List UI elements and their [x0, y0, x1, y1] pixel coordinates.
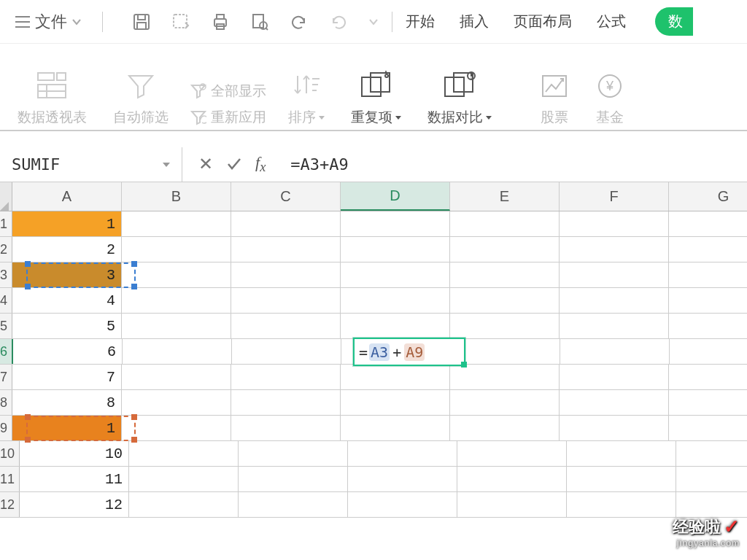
cell[interactable] [450, 416, 560, 440]
cell[interactable] [560, 288, 669, 313]
cell[interactable] [231, 416, 341, 440]
name-box[interactable]: SUMIF [0, 147, 182, 182]
cell[interactable] [122, 262, 231, 287]
col-header-E[interactable]: E [450, 182, 560, 211]
cell-A3[interactable]: 3 [12, 262, 122, 287]
cell[interactable] [239, 492, 348, 517]
cell[interactable] [348, 441, 457, 466]
cell[interactable] [567, 492, 676, 517]
row-header[interactable]: 4 [0, 288, 12, 313]
cell[interactable] [450, 390, 560, 415]
cell[interactable] [231, 314, 341, 338]
cell[interactable] [232, 339, 341, 364]
cell[interactable] [567, 467, 676, 491]
cell[interactable] [341, 288, 450, 313]
cell[interactable] [122, 314, 231, 338]
select-all-corner[interactable] [0, 182, 12, 211]
cell[interactable] [129, 441, 239, 466]
save-as-icon[interactable] [171, 12, 190, 31]
cell[interactable] [669, 262, 747, 287]
cell[interactable] [348, 467, 457, 491]
row-header[interactable]: 3 [0, 262, 12, 287]
tab-data[interactable]: 数 [655, 7, 693, 36]
cell[interactable] [239, 441, 348, 466]
cell[interactable] [348, 492, 457, 517]
cell[interactable] [560, 314, 669, 338]
fill-handle[interactable] [461, 362, 467, 368]
pivot-table-button[interactable]: 数据透视表 [4, 51, 100, 127]
cell[interactable] [560, 339, 670, 364]
cell[interactable] [122, 288, 231, 313]
cell-A10[interactable]: 10 [20, 441, 129, 466]
row-header[interactable]: 12 [0, 492, 20, 517]
cell[interactable] [341, 365, 450, 389]
cell[interactable] [122, 416, 231, 440]
cell[interactable] [129, 467, 239, 491]
row-header[interactable]: 5 [0, 314, 12, 338]
row-header[interactable]: 10 [0, 441, 20, 466]
filter-button[interactable]: 自动筛选 [100, 51, 182, 127]
cell[interactable] [669, 365, 747, 389]
col-header-G[interactable]: G [669, 182, 747, 211]
row-header[interactable]: 9 [0, 416, 12, 440]
col-header-C[interactable]: C [231, 182, 341, 211]
undo-icon[interactable] [290, 12, 309, 31]
cell-A4[interactable]: 4 [12, 288, 122, 313]
cell[interactable] [341, 262, 450, 287]
cell[interactable] [122, 390, 231, 415]
sort-button[interactable]: 排序 [275, 51, 338, 127]
row-header[interactable]: 11 [0, 467, 20, 491]
cell[interactable] [231, 262, 341, 287]
cell[interactable] [560, 211, 669, 236]
cell-A2[interactable]: 2 [12, 237, 122, 262]
cell[interactable] [450, 237, 560, 262]
save-icon[interactable] [132, 12, 151, 31]
cell-A1[interactable]: 1 [12, 211, 122, 236]
cell-editor[interactable]: = A3 + A9 [353, 338, 465, 366]
cell-A9[interactable]: 1 [12, 416, 122, 440]
chevron-down-icon[interactable] [368, 17, 379, 27]
cell[interactable] [231, 390, 341, 415]
duplicates-button[interactable]: 重复项 [338, 51, 414, 127]
cell[interactable] [239, 467, 348, 491]
cancel-icon[interactable]: ✕ [198, 154, 213, 174]
cell[interactable] [669, 237, 747, 262]
cell[interactable] [560, 262, 669, 287]
cell-A5[interactable]: 5 [12, 314, 122, 338]
stock-button[interactable]: 股票 [527, 51, 582, 127]
cell[interactable] [231, 211, 341, 236]
cell[interactable] [451, 339, 560, 364]
fund-button[interactable]: ¥ 基金 [582, 51, 638, 127]
cell[interactable] [669, 314, 747, 338]
cell[interactable] [457, 441, 567, 466]
cell[interactable] [676, 467, 747, 491]
cell[interactable] [341, 314, 450, 338]
cell-A8[interactable]: 8 [12, 390, 122, 415]
print-icon[interactable] [211, 12, 230, 31]
cell[interactable] [560, 237, 669, 262]
cell[interactable] [669, 416, 747, 440]
cell[interactable] [450, 288, 560, 313]
print-preview-icon[interactable] [250, 12, 269, 31]
cell[interactable] [450, 365, 560, 389]
cell[interactable] [341, 237, 450, 262]
cell[interactable] [341, 211, 450, 236]
cell[interactable] [676, 492, 747, 517]
cell[interactable] [341, 416, 450, 440]
cell[interactable] [231, 365, 341, 389]
cell-A11[interactable]: 11 [20, 467, 129, 491]
cell[interactable] [450, 314, 560, 338]
row-header[interactable]: 7 [0, 365, 12, 389]
tab-layout[interactable]: 页面布局 [514, 12, 572, 31]
col-header-B[interactable]: B [122, 182, 231, 211]
reapply-button[interactable]: 重新应用 [190, 108, 266, 127]
cell[interactable] [231, 288, 341, 313]
cell[interactable] [669, 390, 747, 415]
cell[interactable] [669, 288, 747, 313]
cell[interactable] [122, 237, 231, 262]
fx-icon[interactable]: fx [255, 153, 266, 175]
cell[interactable] [231, 237, 341, 262]
show-all-button[interactable]: 全部显示 [190, 82, 266, 101]
row-header[interactable]: 1 [0, 211, 12, 236]
accept-icon[interactable] [226, 156, 242, 172]
